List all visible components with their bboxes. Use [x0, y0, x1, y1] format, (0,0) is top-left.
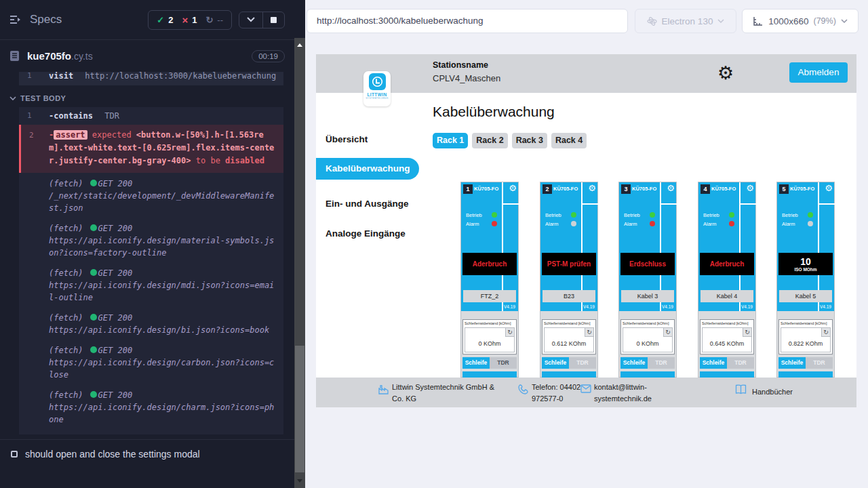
- assert-expected: expected: [92, 130, 132, 140]
- loop-resistance-panel: Schleifenwiderstand [kOhm] ↻ 0.645 KOhm: [700, 319, 754, 354]
- reporter-scrollbar[interactable]: [294, 0, 305, 488]
- fetch-log-row[interactable]: (fetch)GET 200 /_next/static/development…: [19, 173, 283, 218]
- module-gear-icon[interactable]: ⚙: [825, 183, 833, 193]
- sidebar-item-uebersicht[interactable]: Übersicht: [326, 134, 368, 144]
- command-number: 1: [27, 72, 32, 82]
- panel-label: Schleifenwiderstand [kOhm]: [544, 321, 590, 325]
- command-arg: http://localhost:3000/kabelueberwachung: [85, 72, 276, 81]
- schleife-button[interactable]: Schleife: [700, 357, 727, 369]
- schleife-button[interactable]: Schleife: [542, 357, 569, 369]
- sidebar-item-analoge-eingaenge[interactable]: Analoge Eingänge: [326, 228, 406, 239]
- resistance-value: 0 KOhm: [465, 340, 514, 347]
- assert-command-row[interactable]: 2 -assert expected <button.w-[50%].h-[1.…: [19, 125, 283, 173]
- spec-file-row[interactable]: kue705fo .cy.ts 00:19: [0, 40, 294, 72]
- test-stats: ✓2 ×1 ↻--: [148, 10, 232, 30]
- module-model: KÜ705-FO: [553, 186, 578, 192]
- aut-stage: http://localhost:3000/kabelueberwachung …: [305, 0, 868, 488]
- scrollbar-track[interactable]: [294, 38, 305, 488]
- check-icon: ✓: [157, 15, 164, 25]
- collapse-tests-button[interactable]: [239, 12, 262, 28]
- status-display: 10 ISO MOhm: [778, 253, 833, 275]
- tdr-button[interactable]: TDR: [806, 357, 833, 369]
- tab-rack-2[interactable]: Rack 2: [472, 133, 507, 148]
- iso-value: 10: [800, 257, 811, 267]
- module-model: KÜ705-FO: [632, 186, 656, 192]
- url-address-bar[interactable]: http://localhost:3000/kabelueberwachung: [307, 9, 628, 33]
- tab-rack-4[interactable]: Rack 4: [551, 133, 587, 148]
- fetch-log-row[interactable]: (fetch)GET 200 https://api.iconify.desig…: [19, 384, 283, 429]
- specs-label[interactable]: Specs: [30, 13, 62, 26]
- fetch-log-row[interactable]: (fetch)GET 200 https://api.iconify.desig…: [19, 307, 283, 340]
- stop-run-button[interactable]: [263, 12, 284, 28]
- electron-icon: [647, 16, 657, 26]
- pending-test-row[interactable]: should open and close the settings modal: [0, 440, 294, 460]
- viewport-size: 1000x660: [768, 16, 808, 26]
- contains-command-row[interactable]: 1 -contains TDR: [19, 107, 283, 125]
- fetch-label: (fetch): [49, 178, 83, 190]
- scrollbar-thumb[interactable]: [295, 346, 304, 472]
- schleife-button[interactable]: Schleife: [620, 357, 648, 369]
- pending-test-title: should open and close the settings modal: [25, 449, 200, 460]
- tab-rack-3[interactable]: Rack 3: [512, 133, 547, 148]
- iso-unit-label: ISO MOhm: [794, 267, 816, 272]
- littwin-logo: LITTWIN SYSTEMTECHNIK: [363, 71, 391, 106]
- alarm-led: [729, 221, 734, 226]
- module-gear-icon[interactable]: ⚙: [746, 183, 754, 193]
- refresh-value-button[interactable]: ↻: [663, 328, 672, 337]
- fetch-log-row[interactable]: (fetch)GET 200 https://api.iconify.desig…: [19, 262, 283, 307]
- module-model: KÜ705-FO: [474, 186, 498, 192]
- fetch-log-row[interactable]: (fetch)GET 200 https://api.iconify.desig…: [19, 340, 283, 384]
- footer-manuals-link[interactable]: Handbücher: [752, 386, 793, 398]
- betrieb-led: [650, 212, 655, 218]
- tab-rack-1[interactable]: Rack 1: [433, 133, 468, 148]
- module-gear-icon[interactable]: ⚙: [509, 183, 517, 193]
- x-icon: ×: [182, 16, 188, 24]
- fetch-url: https://api.iconify.design/charm.json?ic…: [49, 401, 277, 426]
- alarm-label: Alarm: [545, 221, 559, 227]
- refresh-value-button[interactable]: ↻: [585, 328, 593, 337]
- footer-email[interactable]: kontakt@littwin-systemtechnik.de: [594, 382, 670, 405]
- status-display: Aderbruch: [700, 253, 754, 275]
- scroll-up-arrow-icon[interactable]: [297, 43, 302, 47]
- tdr-button[interactable]: TDR: [648, 357, 675, 369]
- viewport-selector[interactable]: 1000x660 (79%): [742, 9, 859, 33]
- resistance-value: 0.645 KOhm: [703, 340, 751, 347]
- status-dot-icon: [90, 224, 97, 231]
- app-under-test: Stationsname CPLV4_Maschen ⚙ Abmelden LI…: [316, 54, 856, 407]
- alarm-label: Alarm: [782, 221, 795, 227]
- betrieb-label: Betrieb: [545, 212, 561, 218]
- fetch-method: GET 200: [98, 346, 133, 355]
- tdr-button[interactable]: TDR: [569, 357, 596, 369]
- settings-gear-icon[interactable]: ⚙: [717, 60, 734, 87]
- refresh-value-button[interactable]: ↻: [505, 328, 514, 337]
- module-gear-icon[interactable]: ⚙: [667, 183, 675, 193]
- panel-label: Schleifenwiderstand [kOhm]: [465, 321, 511, 325]
- station-name-value: CPLV4_Maschen: [433, 73, 500, 83]
- visit-command-row[interactable]: 1 visit http://localhost:3000/kabelueber…: [19, 72, 283, 85]
- sidebar-item-kabelueberwachung[interactable]: Kabelüberwachung: [316, 158, 419, 180]
- scroll-down-arrow-icon[interactable]: [297, 479, 302, 483]
- status-dot-icon: [90, 391, 97, 398]
- test-body-label: TEST BODY: [20, 94, 66, 102]
- app-header: Stationsname CPLV4_Maschen ⚙ Abmelden: [316, 54, 856, 93]
- logout-button[interactable]: Abmelden: [789, 62, 848, 83]
- fetch-url: https://api.iconify.design/mdi.json?icon…: [49, 279, 277, 304]
- schleife-button[interactable]: Schleife: [462, 357, 490, 369]
- reporter-header: Specs ✓2 ×1 ↻--: [0, 0, 294, 40]
- tdr-button[interactable]: TDR: [490, 357, 517, 369]
- tdr-button[interactable]: TDR: [727, 357, 754, 369]
- schleife-button[interactable]: Schleife: [778, 357, 806, 369]
- refresh-value-button[interactable]: ↻: [821, 328, 830, 337]
- fetch-log-row[interactable]: (fetch)GET 200 https://api.iconify.desig…: [19, 218, 283, 262]
- module-number: 2: [542, 184, 552, 194]
- module-model: KÜ705-FO: [790, 186, 814, 192]
- browser-selector[interactable]: Electron 130: [635, 9, 736, 33]
- stat-pending: ↻--: [205, 15, 223, 25]
- module-gear-icon[interactable]: ⚙: [588, 183, 596, 193]
- specs-list-icon[interactable]: [9, 14, 23, 25]
- test-body-section[interactable]: TEST BODY: [9, 94, 294, 102]
- refresh-value-button[interactable]: ↻: [743, 328, 751, 337]
- loop-resistance-panel: Schleifenwiderstand [kOhm] ↻ 0.822 KOhm: [778, 319, 833, 354]
- sidebar-item-ein-und-ausgaenge[interactable]: Ein- und Ausgänge: [326, 199, 409, 209]
- cable-name: Kabel 5: [779, 290, 832, 302]
